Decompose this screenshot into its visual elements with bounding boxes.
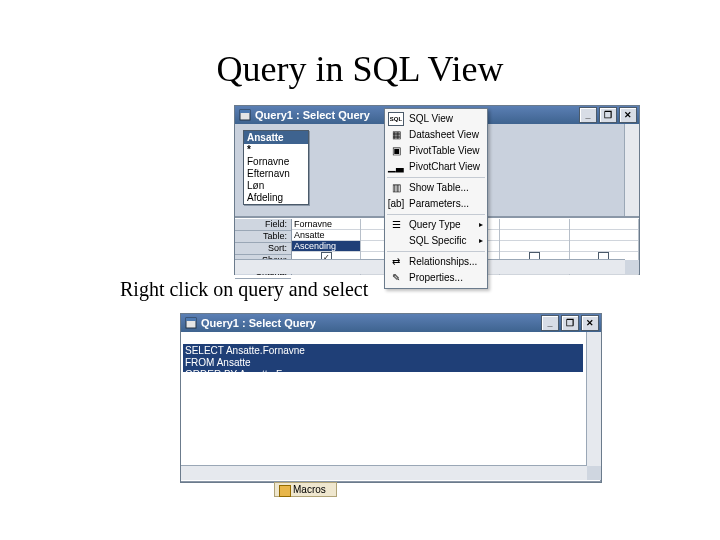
- table-field[interactable]: Løn: [244, 180, 308, 192]
- menu-item-label: Datasheet View: [409, 129, 479, 141]
- grid-icon: ▦: [389, 129, 403, 141]
- sql-editor-blank[interactable]: [183, 372, 583, 466]
- scrollbar-vertical[interactable]: [624, 124, 639, 216]
- pivot-icon: ▣: [389, 145, 403, 157]
- design-grid-cell[interactable]: [500, 219, 568, 230]
- scroll-corner: [625, 260, 639, 274]
- table-card[interactable]: Ansatte * Fornavne Efternavn Løn Afdelin…: [243, 130, 309, 205]
- chart-icon: ▁▃: [389, 161, 403, 173]
- design-grid-cell[interactable]: Ascending: [292, 241, 360, 252]
- menu-item[interactable]: SQLSQL View: [385, 111, 487, 127]
- titlebar[interactable]: Query1 : Select Query _ ❐ ✕: [181, 314, 601, 332]
- submenu-arrow-icon: ▸: [479, 235, 483, 247]
- menu-item[interactable]: ⇄Relationships...: [385, 254, 487, 270]
- props-icon: ✎: [389, 272, 403, 284]
- design-grid-cell[interactable]: Ansatte: [292, 230, 360, 241]
- qtype-icon: ☰: [389, 219, 403, 231]
- submenu-arrow-icon: ▸: [479, 219, 483, 231]
- blank-icon: [389, 235, 403, 247]
- row-label-field: Field:: [235, 219, 291, 231]
- menu-item-label: Relationships...: [409, 256, 477, 268]
- table-field[interactable]: Efternavn: [244, 168, 308, 180]
- menu-item-label: Query Type: [409, 219, 461, 231]
- menu-item-label: SQL Specific: [409, 235, 466, 247]
- design-grid-cell[interactable]: Fornavne: [292, 219, 360, 230]
- table-field[interactable]: Afdeling: [244, 192, 308, 204]
- sql-icon: SQL: [389, 113, 403, 125]
- maximize-button[interactable]: ❐: [599, 107, 617, 123]
- menu-item[interactable]: ▦Datasheet View: [385, 127, 487, 143]
- table-field[interactable]: *: [244, 144, 308, 156]
- context-menu: SQLSQL View▦Datasheet View▣PivotTable Vi…: [384, 108, 488, 289]
- row-label-sort: Sort:: [235, 243, 291, 255]
- close-button[interactable]: ✕: [581, 315, 599, 331]
- query-icon: [185, 317, 197, 329]
- menu-item-label: Parameters...: [409, 198, 469, 210]
- svg-rect-1: [240, 110, 250, 113]
- menu-item[interactable]: [ab]Parameters...: [385, 196, 487, 212]
- design-grid-cell[interactable]: [570, 241, 638, 252]
- menu-item[interactable]: ▥Show Table...: [385, 180, 487, 196]
- nav-tab-macros[interactable]: Macros: [274, 482, 337, 497]
- minimize-button[interactable]: _: [579, 107, 597, 123]
- slide-title: Query in SQL View: [0, 48, 720, 90]
- table-field[interactable]: Fornavne: [244, 156, 308, 168]
- menu-item[interactable]: ☰Query Type▸: [385, 217, 487, 233]
- menu-item-label: PivotChart View: [409, 161, 480, 173]
- minimize-button[interactable]: _: [541, 315, 559, 331]
- menu-item-label: Show Table...: [409, 182, 469, 194]
- table-card-title: Ansatte: [244, 131, 308, 144]
- design-grid-cell[interactable]: [570, 219, 638, 230]
- close-button[interactable]: ✕: [619, 107, 637, 123]
- relat-icon: ⇄: [389, 256, 403, 268]
- showtable-icon: ▥: [389, 182, 403, 194]
- menu-item[interactable]: ✎Properties...: [385, 270, 487, 286]
- design-grid-cell[interactable]: [500, 241, 568, 252]
- scrollbar-vertical[interactable]: [586, 332, 601, 480]
- access-sql-window: Query1 : Select Query _ ❐ ✕ SELECT Ansat…: [180, 313, 602, 483]
- params-icon: [ab]: [389, 198, 403, 210]
- menu-item[interactable]: ▣PivotTable View: [385, 143, 487, 159]
- row-label-table: Table:: [235, 231, 291, 243]
- menu-item[interactable]: ▁▃PivotChart View: [385, 159, 487, 175]
- menu-item[interactable]: SQL Specific▸: [385, 233, 487, 249]
- maximize-button[interactable]: ❐: [561, 315, 579, 331]
- scrollbar-horizontal[interactable]: [181, 465, 587, 480]
- sql-window-title: Query1 : Select Query: [201, 317, 541, 329]
- query-icon: [239, 109, 251, 121]
- design-grid-cell[interactable]: [500, 230, 568, 241]
- design-grid-cell[interactable]: [570, 230, 638, 241]
- menu-item-label: Properties...: [409, 272, 463, 284]
- slide-caption: Right click on query and select: [120, 278, 368, 301]
- menu-item-label: PivotTable View: [409, 145, 479, 157]
- svg-rect-3: [186, 318, 196, 321]
- scroll-corner: [587, 466, 601, 480]
- menu-item-label: SQL View: [409, 113, 453, 125]
